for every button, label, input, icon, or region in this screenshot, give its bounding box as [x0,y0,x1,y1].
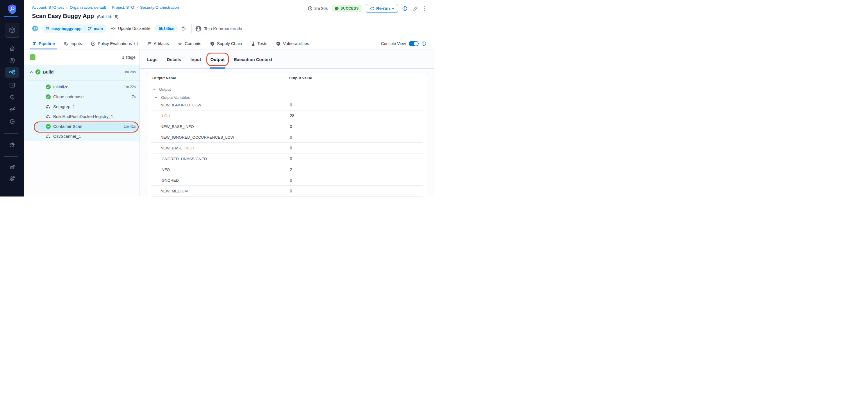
breadcrumb-module[interactable]: Security Orchestration [140,5,179,9]
edit-pencil-icon[interactable] [413,6,418,11]
table-row: NEW_MEDIUM0 [151,186,423,196]
step-group-icon [45,134,51,139]
detail-tab-execution-context[interactable]: Execution Context [234,51,272,69]
tests-tab-icon [251,41,255,46]
stage-row-build[interactable]: Build 3m 20s [24,65,140,79]
table-row: IGNORED0 [151,175,423,186]
pipeline-tab-icon [32,41,37,46]
build-stage-group: Build 3m 20s Initialize 1m 22s Clone cod… [24,65,140,141]
execution-tabbar: Pipeline Inputs Policy Evaluations [24,38,434,50]
build-id-label: (Build Id: 15) [97,14,118,19]
step-row-osvscanner[interactable]: OsvScanner_1 [24,131,140,141]
commit-icon [111,27,116,30]
left-nav-sidebar [0,0,24,196]
page-title: Scan Easy Buggy App [32,13,94,20]
avatar [195,26,202,32]
success-check-icon [335,7,339,10]
copy-icon[interactable] [181,26,186,31]
tab-pipeline[interactable]: Pipeline [32,38,55,50]
step-row-container-scan[interactable]: Container Scan 1m 41s [24,121,140,131]
step-row-semgrep[interactable]: Semgrep_1 [24,102,140,112]
stage-panel-header: 1 stage [24,50,140,65]
app-window: Account: STO test › Organization: defaul… [0,0,434,196]
artifacts-tab-icon [147,41,152,46]
detail-tab-input[interactable]: Input [190,51,201,69]
sidebar-item-pipelines[interactable] [0,69,24,76]
network-settings-icon [9,175,16,182]
gear-icon [9,141,16,148]
detail-tab-details[interactable]: Details [167,51,181,69]
output-table-card: Output Name Output Value Output Output V… [147,73,427,196]
console-view-toggle[interactable] [409,41,418,46]
commit-sha: 9b349ce [159,26,174,31]
stage-count-label: 1 stage [122,50,135,65]
pipelines-icon [8,69,16,76]
chevron-up-icon[interactable] [152,88,156,90]
breadcrumb-separator: › [66,5,67,9]
breadcrumb-account[interactable]: Account: STO test [32,5,64,9]
breadcrumb-project[interactable]: Project: STO [112,5,134,9]
target-icon [9,94,16,100]
sidebar-item-account-settings[interactable] [0,175,24,182]
breadcrumb-organization[interactable]: Organization: default [70,5,106,9]
commit-message: Update Dockerfile [118,26,150,31]
sidebar-item-default-settings[interactable] [0,164,24,171]
step-row-build-and-push[interactable]: BuildAndPushDockerRegistry_1 [24,112,140,121]
chevron-up-icon[interactable] [154,96,158,98]
info-icon[interactable] [134,41,138,46]
repo-branch-chip[interactable]: easy-buggy-app main [41,24,106,33]
sidebar-item-project-settings[interactable] [0,141,24,148]
logo-underline [4,16,18,17]
success-check-icon [35,69,41,75]
module-cube-icon [8,26,16,34]
tab-supply-chain[interactable]: Supply Chain [210,38,242,50]
commit-sha-chip[interactable]: 9b349ce [155,25,178,32]
supply-chain-tab-icon [210,41,215,46]
breadcrumb-separator: › [136,5,138,9]
module-switcher-button[interactable] [5,23,19,38]
tab-artifacts[interactable]: Artifacts [147,38,169,50]
kebab-menu-icon[interactable] [424,6,425,11]
repository-icon [45,26,50,31]
tab-vulnerabilities[interactable]: Vulnerabilities [276,38,309,50]
table-row: NEW_BASE_INFO0 [151,121,423,132]
breadcrumb-separator: › [108,5,109,9]
success-check-icon [45,94,51,99]
rerun-button[interactable]: Re-run [366,4,398,13]
column-header-output-name: Output Name [152,73,176,83]
pipeline-stage-panel: 1 stage Build 3m 20s Initialize [24,50,140,196]
info-icon[interactable] [402,6,407,11]
table-row: NEW_IGNORED_OCCURRENCES_LOW0 [151,132,423,143]
git-branch-icon [88,26,92,31]
step-group-icon [45,104,51,109]
step-row-initialize[interactable]: Initialize 1m 22s [24,82,140,92]
tab-commits[interactable]: Commits [178,38,201,50]
refresh-icon [370,6,374,11]
detail-tab-output[interactable]: Output [211,51,225,69]
sidebar-item-scans[interactable] [0,57,24,64]
info-icon[interactable] [422,41,426,46]
sto-logo-icon[interactable] [0,4,24,15]
detail-tab-logs[interactable]: Logs [147,51,158,69]
breadcrumb: Account: STO test › Organization: defaul… [32,5,179,9]
sto-mini-logo-icon [32,25,38,32]
tab-policy-evaluations[interactable]: Policy Evaluations [91,38,138,50]
stage-duration: 3m 20s [124,70,136,74]
sidebar-item-home[interactable] [0,45,24,52]
table-row: HIGH28 [151,111,423,121]
tab-inputs[interactable]: Inputs [64,38,82,50]
execution-meta-row: easy-buggy-app main Update Dockerfile 9b… [32,24,242,33]
sidebar-item-exemptions[interactable] [0,106,24,113]
step-details-panel: Logs Details Input Output Execution Cont… [140,50,434,196]
commits-tab-icon [178,42,183,46]
sidebar-item-get-started[interactable] [0,118,24,125]
sidebar-divider [4,156,18,157]
sidebar-item-executions[interactable] [0,82,24,89]
sidebar-divider [4,133,18,134]
sidebar-item-test-targets[interactable] [0,94,24,100]
output-group-row[interactable]: Output [152,86,171,93]
chevron-up-icon[interactable] [30,71,33,73]
shield-search-icon [9,57,16,64]
tab-tests[interactable]: Tests [251,38,268,50]
step-row-clone-codebase[interactable]: Clone codebase 7s [24,92,140,102]
